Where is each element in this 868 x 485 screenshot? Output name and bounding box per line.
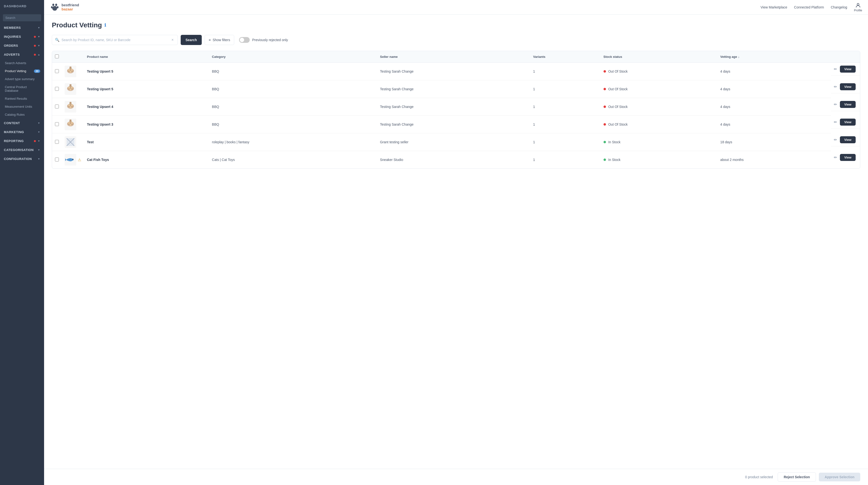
chevron-down-icon: ▼ [38,44,40,47]
product-category: BBQ [209,63,377,80]
rejected-only-toggle[interactable] [239,37,250,43]
stock-status-dot [603,70,606,73]
row-checkbox[interactable] [55,122,59,126]
col-image [62,51,84,63]
stock-status: Out Of Stock [600,80,718,98]
product-image [65,83,76,95]
sidebar-search-input[interactable] [3,14,41,21]
svg-point-22 [69,106,71,108]
svg-point-20 [68,104,70,106]
sidebar-title: DASHBOARD [0,0,44,12]
view-button[interactable]: View [840,66,856,73]
product-name: Test [87,140,94,144]
view-button[interactable]: View [840,119,856,126]
select-all-checkbox[interactable] [55,55,59,58]
toggle-label: Previously rejected only [252,38,288,42]
page-title-area: Product Vetting ℹ [52,21,860,29]
col-stock-status: Stock status [600,51,718,63]
variants-count: 1 [530,63,600,80]
svg-point-26 [68,122,70,124]
stock-status-dot [603,141,606,143]
page-title: Product Vetting [52,21,102,29]
edit-icon[interactable]: ✏ [833,84,838,90]
logo[interactable]: bestfriend bazaar [50,2,79,12]
edit-icon[interactable]: ✏ [833,66,838,72]
stock-status-dot [603,123,606,126]
sidebar-item-adverts[interactable]: ADVERTS ▲ [0,50,44,59]
main-panel: bestfriend bazaar View Marketplace Conne… [44,0,868,485]
sidebar-item-catalog-rules[interactable]: Catalog Rules [0,110,44,119]
logo-text: bestfriend bazaar [62,3,79,11]
edit-icon[interactable]: ✏ [833,154,838,161]
sidebar-item-content[interactable]: CONTENT ▼ [0,119,44,128]
search-input[interactable] [62,38,170,42]
approve-selection-button[interactable]: Approve Selection [819,473,860,481]
chevron-down-icon: ▼ [38,35,40,38]
toolbar: 🔍 × Search ≡ Show filters Previously rej… [52,35,860,45]
variants-count: 1 [530,133,600,151]
vetting-age: 4 days [717,98,831,116]
edit-icon[interactable]: ✏ [833,101,838,108]
chevron-down-icon: ▼ [38,131,40,133]
view-marketplace-link[interactable]: View Marketplace [761,5,787,9]
stock-status: Out Of Stock [600,63,718,80]
view-button[interactable]: View [840,83,856,90]
sidebar-item-advert-type-summary[interactable]: Advert type summary [0,75,44,83]
col-actions [831,51,860,63]
table-row: ⚠ Cat Fish Toys Cats | Cat Toys Sneaker … [52,151,860,169]
search-button[interactable]: Search [181,35,202,45]
variants-count: 1 [530,98,600,116]
inquiries-badge [34,36,36,38]
table-row: Test roleplay | books | fantasy Grant te… [52,133,860,151]
sidebar-item-search-adverts[interactable]: Search Adverts [0,59,44,67]
seller-name: Testing Sarah Change [377,80,530,98]
reject-selection-button[interactable]: Reject Selection [778,473,816,482]
row-checkbox[interactable] [55,104,59,108]
profile-label: Profile [854,9,862,12]
chevron-up-icon: ▲ [38,53,40,56]
footer-bar: 0 product selected Reject Selection Appr… [44,469,868,485]
sidebar-item-central-product-database[interactable]: Central Product Database [0,83,44,95]
svg-point-28 [69,124,71,126]
connected-platform-link[interactable]: Connected Platform [794,5,824,9]
row-checkbox[interactable] [55,140,59,144]
edit-icon[interactable]: ✏ [833,136,838,143]
orders-badge [34,45,36,47]
sidebar-item-members[interactable]: MEMBERS ▼ [0,23,44,32]
table-row: Testing Upsert 5 BBQ Testing Sarah Chang… [52,80,860,98]
stock-status-dot [603,105,606,108]
col-vetting-age[interactable]: Vetting age ↓ [717,51,831,63]
sidebar-item-reporting[interactable]: REPORTING ▼ [0,136,44,146]
product-name: Testing Upsert 5 [87,69,113,73]
topbar-links: View Marketplace Connected Platform Chan… [761,2,862,12]
row-checkbox[interactable] [55,69,59,73]
sidebar-item-inquiries[interactable]: INQUIRIES ▼ [0,32,44,41]
sidebar-item-marketing[interactable]: MARKETING ▼ [0,128,44,136]
chevron-down-icon: ▼ [38,122,40,124]
view-button[interactable]: View [840,136,856,143]
svg-point-4 [857,3,859,5]
chevron-down-icon: ▼ [38,26,40,29]
edit-icon[interactable]: ✏ [833,119,838,125]
sidebar-item-orders[interactable]: ORDERS ▼ [0,41,44,50]
changelog-link[interactable]: Changelog [831,5,847,9]
col-category: Category [209,51,377,63]
sidebar-item-categorisation[interactable]: CATEGORISATION ▼ [0,146,44,154]
reporting-badge [34,140,36,142]
view-button[interactable]: View [840,154,856,161]
info-icon[interactable]: ℹ [104,23,106,28]
clear-search-icon[interactable]: × [170,38,175,42]
sidebar-item-measurement-units[interactable]: Measurement Units [0,103,44,110]
sidebar-item-product-vetting[interactable]: Product Vetting 20 [0,67,44,75]
row-checkbox[interactable] [55,158,59,161]
svg-point-32 [72,159,73,160]
sidebar-item-configuration[interactable]: CONFIGURATION ▼ [0,154,44,163]
show-filters-button[interactable]: ≡ Show filters [205,35,235,45]
view-button[interactable]: View [840,101,856,108]
product-vetting-count: 20 [34,69,40,73]
profile-button[interactable]: Profile [854,2,862,12]
selected-count: 0 product selected [745,475,773,479]
sidebar-item-ranked-results[interactable]: Ranked Results [0,95,44,103]
row-checkbox[interactable] [55,87,59,91]
table-row: Testing Upsert 5 BBQ Testing Sarah Chang… [52,63,860,80]
